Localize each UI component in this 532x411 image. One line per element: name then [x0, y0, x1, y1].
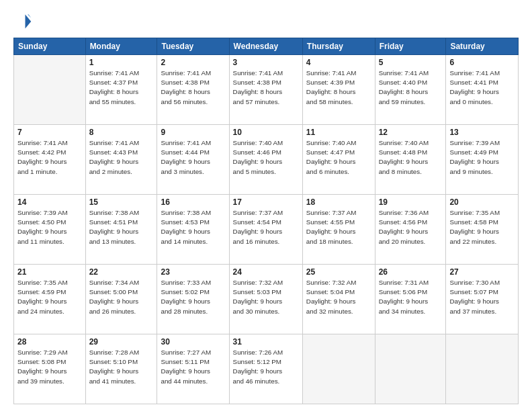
weekday-sunday: Sunday: [14, 38, 86, 55]
day-info: Sunrise: 7:41 AMSunset: 4:41 PMDaylight:…: [449, 68, 515, 107]
day-info: Sunrise: 7:35 AMSunset: 4:58 PMDaylight:…: [449, 208, 515, 246]
day-cell: 11Sunrise: 7:40 AMSunset: 4:47 PMDayligh…: [302, 125, 375, 195]
day-number: 29: [89, 337, 154, 347]
day-cell: 31Sunrise: 7:26 AMSunset: 5:12 PMDayligh…: [229, 334, 302, 404]
day-number: 5: [379, 58, 443, 67]
day-number: 20: [449, 197, 515, 207]
day-info: Sunrise: 7:41 AMSunset: 4:43 PMDaylight:…: [89, 138, 154, 177]
day-cell: 24Sunrise: 7:32 AMSunset: 5:03 PMDayligh…: [229, 265, 302, 334]
day-info: Sunrise: 7:31 AMSunset: 5:06 PMDaylight:…: [379, 278, 443, 316]
page: SundayMondayTuesdayWednesdayThursdayFrid…: [0, 0, 532, 411]
day-number: 14: [17, 197, 82, 207]
day-number: 7: [17, 128, 82, 137]
day-info: Sunrise: 7:32 AMSunset: 5:03 PMDaylight:…: [233, 278, 299, 316]
day-cell: 20Sunrise: 7:35 AMSunset: 4:58 PMDayligh…: [446, 195, 519, 265]
day-cell: 23Sunrise: 7:33 AMSunset: 5:02 PMDayligh…: [157, 265, 229, 334]
day-number: 1: [89, 58, 154, 67]
week-row-5: 28Sunrise: 7:29 AMSunset: 5:08 PMDayligh…: [14, 334, 519, 404]
weekday-tuesday: Tuesday: [157, 38, 229, 55]
day-number: 11: [306, 128, 371, 137]
day-info: Sunrise: 7:41 AMSunset: 4:42 PMDaylight:…: [17, 138, 82, 177]
day-cell: 17Sunrise: 7:37 AMSunset: 4:54 PMDayligh…: [229, 195, 302, 265]
day-info: Sunrise: 7:37 AMSunset: 4:54 PMDaylight:…: [233, 208, 299, 246]
day-number: 8: [89, 128, 154, 137]
day-cell: 5Sunrise: 7:41 AMSunset: 4:40 PMDaylight…: [375, 55, 446, 125]
day-number: 26: [379, 267, 443, 277]
day-cell: 27Sunrise: 7:30 AMSunset: 5:07 PMDayligh…: [446, 265, 519, 334]
day-cell: 2Sunrise: 7:41 AMSunset: 4:38 PMDaylight…: [157, 55, 229, 125]
weekday-thursday: Thursday: [302, 38, 375, 55]
day-cell: 12Sunrise: 7:40 AMSunset: 4:48 PMDayligh…: [375, 125, 446, 195]
day-number: 18: [306, 197, 371, 207]
day-number: 12: [379, 128, 443, 137]
week-row-3: 14Sunrise: 7:39 AMSunset: 4:50 PMDayligh…: [14, 195, 519, 265]
day-cell: 7Sunrise: 7:41 AMSunset: 4:42 PMDaylight…: [14, 125, 86, 195]
day-number: 13: [449, 128, 515, 137]
weekday-monday: Monday: [85, 38, 157, 55]
day-number: 9: [161, 128, 225, 137]
day-cell: 15Sunrise: 7:38 AMSunset: 4:51 PMDayligh…: [85, 195, 157, 265]
day-number: 17: [233, 197, 299, 207]
day-number: 27: [449, 267, 515, 277]
day-cell: 29Sunrise: 7:28 AMSunset: 5:10 PMDayligh…: [85, 334, 157, 404]
weekday-friday: Friday: [375, 38, 446, 55]
day-info: Sunrise: 7:29 AMSunset: 5:08 PMDaylight:…: [17, 348, 82, 386]
day-cell: 28Sunrise: 7:29 AMSunset: 5:08 PMDayligh…: [14, 334, 86, 404]
day-info: Sunrise: 7:28 AMSunset: 5:10 PMDaylight:…: [89, 348, 154, 386]
week-row-1: 1Sunrise: 7:41 AMSunset: 4:37 PMDaylight…: [14, 55, 519, 125]
day-cell: 21Sunrise: 7:35 AMSunset: 4:59 PMDayligh…: [14, 265, 86, 334]
day-info: Sunrise: 7:34 AMSunset: 5:00 PMDaylight:…: [89, 278, 154, 316]
day-cell: [302, 334, 375, 404]
day-info: Sunrise: 7:26 AMSunset: 5:12 PMDaylight:…: [233, 348, 299, 386]
day-cell: 25Sunrise: 7:32 AMSunset: 5:04 PMDayligh…: [302, 265, 375, 334]
weekday-header-row: SundayMondayTuesdayWednesdayThursdayFrid…: [14, 38, 519, 55]
day-cell: 22Sunrise: 7:34 AMSunset: 5:00 PMDayligh…: [85, 265, 157, 334]
day-info: Sunrise: 7:30 AMSunset: 5:07 PMDaylight:…: [449, 278, 515, 316]
day-cell: 1Sunrise: 7:41 AMSunset: 4:37 PMDaylight…: [85, 55, 157, 125]
day-number: 31: [233, 337, 299, 347]
logo-icon: [13, 12, 32, 31]
day-cell: [14, 55, 86, 125]
day-cell: 3Sunrise: 7:41 AMSunset: 4:38 PMDaylight…: [229, 55, 302, 125]
day-cell: 10Sunrise: 7:40 AMSunset: 4:46 PMDayligh…: [229, 125, 302, 195]
day-cell: 30Sunrise: 7:27 AMSunset: 5:11 PMDayligh…: [157, 334, 229, 404]
day-info: Sunrise: 7:41 AMSunset: 4:39 PMDaylight:…: [306, 68, 371, 107]
day-cell: 26Sunrise: 7:31 AMSunset: 5:06 PMDayligh…: [375, 265, 446, 334]
day-info: Sunrise: 7:41 AMSunset: 4:37 PMDaylight:…: [89, 68, 154, 107]
day-cell: 9Sunrise: 7:41 AMSunset: 4:44 PMDaylight…: [157, 125, 229, 195]
header: [13, 12, 519, 31]
day-number: 16: [161, 197, 225, 207]
day-cell: 6Sunrise: 7:41 AMSunset: 4:41 PMDaylight…: [446, 55, 519, 125]
day-cell: 8Sunrise: 7:41 AMSunset: 4:43 PMDaylight…: [85, 125, 157, 195]
day-info: Sunrise: 7:33 AMSunset: 5:02 PMDaylight:…: [161, 278, 225, 316]
day-number: 22: [89, 267, 154, 277]
weekday-saturday: Saturday: [446, 38, 519, 55]
day-number: 24: [233, 267, 299, 277]
logo: [13, 12, 34, 31]
day-cell: 13Sunrise: 7:39 AMSunset: 4:49 PMDayligh…: [446, 125, 519, 195]
day-info: Sunrise: 7:40 AMSunset: 4:48 PMDaylight:…: [379, 138, 443, 177]
day-info: Sunrise: 7:39 AMSunset: 4:49 PMDaylight:…: [449, 138, 515, 177]
day-cell: 19Sunrise: 7:36 AMSunset: 4:56 PMDayligh…: [375, 195, 446, 265]
day-info: Sunrise: 7:38 AMSunset: 4:53 PMDaylight:…: [161, 208, 225, 246]
weekday-wednesday: Wednesday: [229, 38, 302, 55]
day-number: 6: [449, 58, 515, 67]
day-info: Sunrise: 7:27 AMSunset: 5:11 PMDaylight:…: [161, 348, 225, 386]
day-number: 3: [233, 58, 299, 67]
day-cell: [446, 334, 519, 404]
day-info: Sunrise: 7:32 AMSunset: 5:04 PMDaylight:…: [306, 278, 371, 316]
day-number: 15: [89, 197, 154, 207]
day-cell: 4Sunrise: 7:41 AMSunset: 4:39 PMDaylight…: [302, 55, 375, 125]
week-row-2: 7Sunrise: 7:41 AMSunset: 4:42 PMDaylight…: [14, 125, 519, 195]
day-number: 30: [161, 337, 225, 347]
day-cell: 16Sunrise: 7:38 AMSunset: 4:53 PMDayligh…: [157, 195, 229, 265]
day-info: Sunrise: 7:40 AMSunset: 4:47 PMDaylight:…: [306, 138, 371, 177]
day-info: Sunrise: 7:40 AMSunset: 4:46 PMDaylight:…: [233, 138, 299, 177]
day-number: 21: [17, 267, 82, 277]
day-info: Sunrise: 7:37 AMSunset: 4:55 PMDaylight:…: [306, 208, 371, 246]
svg-marker-1: [28, 15, 31, 18]
week-row-4: 21Sunrise: 7:35 AMSunset: 4:59 PMDayligh…: [14, 265, 519, 334]
day-number: 28: [17, 337, 82, 347]
day-cell: [375, 334, 446, 404]
day-info: Sunrise: 7:39 AMSunset: 4:50 PMDaylight:…: [17, 208, 82, 246]
